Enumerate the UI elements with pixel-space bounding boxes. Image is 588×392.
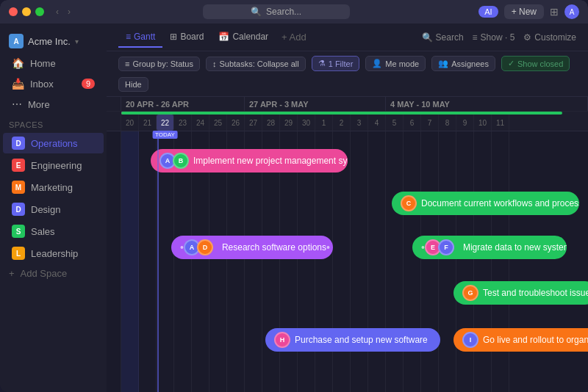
- show-label: Show · 5: [481, 32, 515, 43]
- main-layout: A Acme Inc. ▾ 🏠 Home 📥 Inbox 9 ⋯ More Sp…: [0, 23, 588, 392]
- tab-gantt[interactable]: ≡ Gantt: [118, 27, 162, 48]
- filter-btn[interactable]: ⚗ 1 Filter: [312, 56, 360, 71]
- titlebar: ‹ › 🔍 Search... AI + New ⊞ A: [0, 0, 588, 23]
- tab-board[interactable]: ⊞ Board: [162, 27, 211, 48]
- customize-icon: ⚙: [523, 32, 531, 43]
- me-icon: 👤: [372, 59, 382, 68]
- sidebar-item-home[interactable]: 🏠 Home: [3, 54, 104, 73]
- new-button[interactable]: + New: [504, 4, 544, 19]
- add-space-button[interactable]: + Add Space: [0, 264, 107, 283]
- leadership-icon: L: [12, 247, 25, 260]
- bar-research-label: Research software options: [222, 242, 326, 253]
- hide-btn[interactable]: Hide: [118, 77, 148, 92]
- assignees-icon: 👥: [438, 59, 448, 68]
- bar-migrate[interactable]: • E F Migrate data to new system •: [412, 236, 567, 259]
- assignees-btn[interactable]: 👥 Assignees: [431, 56, 495, 71]
- avatar: H: [274, 332, 290, 348]
- back-button[interactable]: ‹: [53, 5, 62, 18]
- day-29: 29: [280, 115, 298, 131]
- drag-dot-right: •: [326, 242, 330, 253]
- nav-label-more: More: [28, 99, 50, 110]
- app-window: ‹ › 🔍 Search... AI + New ⊞ A A Acme Inc.…: [0, 0, 588, 392]
- sidebar-item-marketing[interactable]: M Marketing: [3, 177, 104, 197]
- sidebar-item-operations[interactable]: D Operations: [3, 133, 104, 153]
- bar-test[interactable]: G Test and troubleshoot issues: [453, 281, 588, 305]
- bar-test-label: Test and troubleshoot issues: [483, 288, 588, 298]
- tab-right-controls: 🔍 Search ≡ Show · 5 ⚙ Customize: [422, 32, 576, 43]
- day-3: 3: [351, 115, 368, 131]
- minimize-button[interactable]: [22, 7, 31, 16]
- tab-gantt-label: Gantt: [134, 32, 155, 42]
- calendar-icon: 📅: [218, 32, 229, 42]
- subtasks-btn[interactable]: ↕ Subtasks: Collapse all: [206, 57, 306, 71]
- leadership-label: Leadership: [31, 248, 78, 259]
- marketing-label: Marketing: [31, 182, 73, 193]
- engineering-label: Engineering: [31, 160, 82, 171]
- board-icon: ⊞: [170, 32, 177, 42]
- bar-purchase-avatars: H: [274, 332, 290, 348]
- sidebar-item-sales[interactable]: S Sales: [3, 221, 104, 242]
- tab-calendar[interactable]: 📅 Calendar: [211, 27, 276, 48]
- forward-button[interactable]: ›: [65, 5, 74, 18]
- home-icon: 🏠: [12, 57, 24, 69]
- view-tabs: ≡ Gantt ⊞ Board 📅 Calendar + Add 🔍 Searc…: [107, 23, 588, 51]
- show-closed-label: Show closed: [517, 59, 563, 68]
- bar-document[interactable]: C Document current workflows and process…: [392, 192, 579, 215]
- avatar: G: [462, 285, 478, 301]
- engineering-icon: E: [12, 159, 25, 172]
- maximize-button[interactable]: [35, 7, 44, 16]
- day-2: 2: [333, 115, 351, 131]
- bar-migrate-label: Migrate data to new system: [463, 242, 567, 253]
- sidebar-item-design[interactable]: D Design: [3, 199, 104, 219]
- add-view-button[interactable]: + Add: [276, 32, 312, 43]
- sidebar-item-engineering[interactable]: E Engineering: [3, 155, 104, 175]
- grid-icon[interactable]: ⊞: [550, 6, 559, 18]
- dot-left-migrate: •: [421, 242, 425, 253]
- filter-label: 1 Filter: [329, 59, 354, 68]
- group-icon: ≡: [125, 59, 129, 68]
- show-closed-btn[interactable]: ✓ Show closed: [501, 56, 570, 71]
- group-by-btn[interactable]: ≡ Group by: Status: [118, 57, 200, 71]
- avatar: B: [173, 153, 189, 169]
- marketing-icon: M: [12, 181, 25, 194]
- day-1: 1: [315, 115, 333, 131]
- sidebar-item-inbox[interactable]: 📥 Inbox 9: [3, 74, 104, 93]
- tab-board-label: Board: [180, 32, 204, 42]
- tab-calendar-label: Calendar: [232, 32, 268, 42]
- search-label: Search: [436, 32, 464, 43]
- bar-test-avatars: G: [462, 285, 478, 301]
- show-icon: ≡: [473, 32, 478, 43]
- bar-golive[interactable]: I Go live and rollout to organization: [453, 328, 588, 352]
- search-btn[interactable]: 🔍 Search: [422, 32, 464, 43]
- filter-icon: ⚗: [318, 59, 326, 68]
- user-avatar[interactable]: A: [564, 4, 579, 19]
- week1-label: 20 APR - 26 APR: [121, 97, 245, 111]
- week2-label: 27 APR - 3 MAY: [245, 97, 386, 111]
- ai-badge[interactable]: AI: [478, 6, 498, 18]
- customize-btn[interactable]: ⚙ Customize: [523, 32, 576, 43]
- day-30: 30: [298, 115, 315, 131]
- assignees-label: Assignees: [451, 59, 489, 68]
- close-button[interactable]: [9, 7, 18, 16]
- show-btn[interactable]: ≡ Show · 5: [473, 32, 515, 43]
- bar-research[interactable]: • A D Research software options •: [171, 236, 333, 259]
- operations-label: Operations: [31, 138, 78, 149]
- bar-purchase[interactable]: H Purchase and setup new software: [265, 328, 440, 352]
- add-space-label: Add Space: [21, 268, 68, 279]
- gantt-rows: A B Implement new project management sys…: [107, 131, 588, 392]
- titlebar-right: AI + New ⊞ A: [478, 4, 579, 19]
- me-mode-label: Me mode: [385, 59, 419, 68]
- day-9: 9: [456, 115, 474, 131]
- bar-document-avatars: C: [401, 195, 417, 211]
- day-7: 7: [421, 115, 439, 131]
- me-mode-btn[interactable]: 👤 Me mode: [365, 56, 426, 71]
- sidebar-item-leadership[interactable]: L Leadership: [3, 243, 104, 264]
- hide-label: Hide: [125, 80, 142, 89]
- search-bar[interactable]: 🔍 Search...: [203, 4, 350, 19]
- avatar: C: [401, 195, 417, 211]
- bar-implement[interactable]: A B Implement new project management sys…: [151, 149, 348, 173]
- customize-label: Customize: [534, 32, 576, 43]
- day-20: 20: [121, 115, 139, 131]
- sidebar-item-more[interactable]: ⋯ More: [3, 95, 104, 114]
- workspace-selector[interactable]: A Acme Inc. ▾: [0, 29, 107, 53]
